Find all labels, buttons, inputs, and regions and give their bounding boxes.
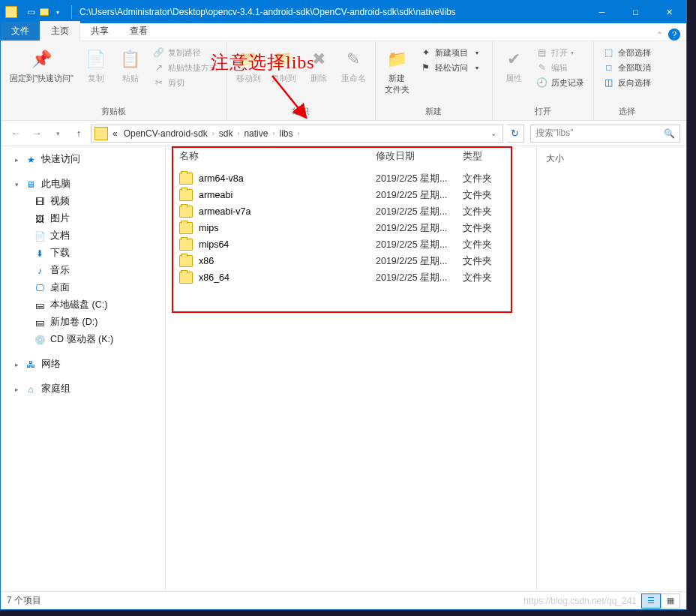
column-date[interactable]: 修改日期	[376, 150, 463, 163]
group-open-label: 打开	[497, 104, 589, 119]
selectall-button[interactable]: ⬚全部选择	[602, 46, 652, 59]
table-row[interactable]: armeabi2019/2/25 星期...文件夹	[166, 187, 536, 203]
sidebar-item-downloads[interactable]: ⬇下载	[1, 245, 165, 262]
column-type[interactable]: 类型	[463, 150, 523, 163]
tab-home[interactable]: 主页	[40, 21, 80, 41]
sidebar-item-ddrive[interactable]: 🖴新加卷 (D:)	[1, 314, 165, 331]
chevron-right-icon[interactable]: ▸	[13, 386, 20, 393]
sidebar-item-pictures[interactable]: 🖼图片	[1, 210, 165, 227]
delete-button[interactable]: ✖删除	[302, 44, 335, 104]
chevron-right-icon[interactable]: ›	[236, 130, 241, 137]
breadcrumb-item[interactable]: «	[110, 128, 121, 139]
chevron-right-icon[interactable]: ›	[211, 130, 216, 137]
cut-button[interactable]: ✂剪切	[152, 76, 219, 89]
history-button[interactable]: 🕘历史记录	[535, 76, 586, 89]
edit-button[interactable]: ✎编辑	[535, 61, 586, 74]
breadcrumb-item[interactable]: libs	[276, 128, 296, 139]
close-button[interactable]: ✕	[652, 1, 686, 23]
table-row[interactable]: mips2019/2/25 星期...文件夹	[166, 220, 536, 236]
watermark-text: https://blog.csdn.net/qq_241	[524, 596, 641, 606]
nav-back-button[interactable]: ←	[7, 125, 25, 143]
copy-icon: 📄	[84, 47, 108, 71]
tab-view[interactable]: 查看	[119, 22, 158, 41]
file-pane[interactable]: ⌃ 名称 修改日期 类型 arm64-v8a2019/2/25 星期...文件夹…	[166, 146, 536, 591]
sidebar-item-quickaccess[interactable]: ▸★快速访问	[1, 151, 165, 168]
network-icon: 🖧	[25, 359, 37, 371]
pin-quickaccess-button[interactable]: 📌 固定到"快速访问"	[5, 44, 78, 104]
nav-up-button[interactable]: ↑	[70, 125, 88, 143]
column-size[interactable]: 大小	[546, 152, 677, 165]
properties-button[interactable]: ✔属性	[497, 44, 530, 104]
sidebar-item-cdrive[interactable]: 🖴本地磁盘 (C:)	[1, 296, 165, 314]
chevron-right-icon[interactable]: ›	[296, 130, 301, 137]
breadcrumb-item[interactable]: OpenCV-android-sdk	[121, 128, 211, 139]
table-row[interactable]: mips642019/2/25 星期...文件夹	[166, 236, 536, 253]
selectnone-button[interactable]: □全部取消	[602, 61, 652, 74]
chevron-right-icon[interactable]: ›	[271, 130, 276, 137]
nav-recent-button[interactable]: ▾	[49, 125, 67, 143]
view-icons-button[interactable]: ▦	[661, 593, 680, 608]
history-icon: 🕘	[536, 77, 548, 89]
breadcrumb-item[interactable]: sdk	[216, 128, 236, 139]
paste-button[interactable]: 📋 粘贴	[114, 44, 147, 104]
qat-dropdown-icon[interactable]: ▾	[52, 6, 64, 18]
cut-icon: ✂	[153, 77, 165, 89]
open-button[interactable]: ▤打开▾	[535, 46, 586, 59]
easyaccess-button[interactable]: ⚑轻松访问▾	[418, 61, 484, 74]
view-details-button[interactable]: ☰	[641, 593, 661, 608]
sidebar-item-network[interactable]: ▸🖧网络	[1, 356, 165, 373]
sidebar-item-music[interactable]: ♪音乐	[1, 262, 165, 279]
pasteshortcut-button[interactable]: ↗粘贴快捷方式	[152, 61, 219, 74]
table-row[interactable]: x862019/2/25 星期...文件夹	[166, 253, 536, 269]
newitem-button[interactable]: ✦新建项目▾	[418, 46, 484, 59]
group-new-label: 新建	[380, 104, 488, 119]
invert-icon: ◫	[603, 77, 615, 89]
refresh-button[interactable]: ↻	[506, 125, 524, 143]
qat-properties-icon[interactable]: ▭	[25, 6, 37, 18]
copypath-button[interactable]: 🔗复制路径	[152, 46, 219, 59]
search-icon[interactable]: 🔍	[664, 128, 675, 139]
sidebar-item-desktop[interactable]: 🖵桌面	[1, 279, 165, 296]
chevron-down-icon: ▾	[471, 47, 483, 59]
tab-share[interactable]: 共享	[80, 22, 119, 41]
copyto-button[interactable]: 📂复制到	[267, 44, 301, 104]
qat-newfolder-icon[interactable]	[38, 6, 50, 18]
chevron-down-icon[interactable]: ▾	[13, 181, 20, 188]
selectall-icon: ⬚	[603, 47, 615, 59]
nav-forward-button[interactable]: →	[28, 125, 46, 143]
maximize-button[interactable]: □	[619, 1, 652, 23]
search-input[interactable]: 搜索"libs" 🔍	[530, 125, 680, 143]
chevron-right-icon[interactable]: ▸	[13, 156, 20, 164]
collapse-ribbon-icon[interactable]: ⌃	[656, 31, 662, 39]
tab-file[interactable]: 文件	[1, 22, 40, 41]
sidebar-item-homegroup[interactable]: ▸⌂家庭组	[1, 380, 165, 398]
breadcrumb-item[interactable]: native	[241, 128, 271, 139]
sidebar-item-documents[interactable]: 📄文档	[1, 227, 165, 245]
paste-icon: 📋	[118, 47, 142, 71]
column-headers: ⌃ 名称 修改日期 类型	[166, 146, 536, 169]
minimize-button[interactable]: ─	[585, 1, 619, 23]
breadcrumb-dropdown-icon[interactable]: ⌄	[486, 129, 501, 137]
copy-button[interactable]: 📄 复制	[80, 44, 112, 104]
file-type: 文件夹	[463, 222, 523, 235]
folder-icon	[179, 206, 193, 218]
rename-button[interactable]: ✎重命名	[337, 44, 370, 104]
homegroup-icon: ⌂	[25, 383, 37, 395]
statusbar: 7 个项目 https://blog.csdn.net/qq_241 ☰ ▦	[1, 591, 686, 609]
column-name[interactable]: 名称	[179, 150, 376, 163]
sidebar-item-thispc[interactable]: ▾🖥此电脑	[1, 176, 165, 193]
moveto-button[interactable]: 📂移动到	[232, 44, 266, 104]
help-icon[interactable]: ?	[668, 29, 680, 41]
selectnone-icon: □	[603, 62, 615, 74]
sidebar-item-cddrive[interactable]: 💿CD 驱动器 (K:)	[1, 331, 165, 348]
invertselection-button[interactable]: ◫反向选择	[602, 76, 652, 89]
sort-indicator-icon: ⌃	[271, 145, 277, 152]
table-row[interactable]: armeabi-v7a2019/2/25 星期...文件夹	[166, 203, 536, 220]
breadcrumb[interactable]: « OpenCV-android-sdk› sdk› native› libs›…	[91, 125, 503, 143]
table-row[interactable]: arm64-v8a2019/2/25 星期...文件夹	[166, 170, 536, 187]
titlebar: ▭ ▾ C:\Users\Administrator\Desktop\openc…	[1, 1, 686, 23]
chevron-right-icon[interactable]: ▸	[13, 361, 20, 368]
sidebar-item-videos[interactable]: 🎞视频	[1, 193, 165, 210]
newfolder-button[interactable]: 📁新建 文件夹	[380, 44, 414, 104]
table-row[interactable]: x86_642019/2/25 星期...文件夹	[166, 269, 536, 286]
